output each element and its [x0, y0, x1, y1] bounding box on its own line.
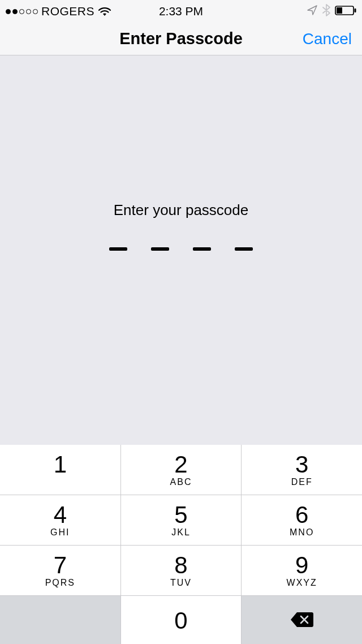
cancel-button[interactable]: Cancel	[303, 30, 352, 48]
passcode-dash	[151, 247, 169, 251]
keypad-key-9[interactable]: 9 WXYZ	[242, 546, 362, 595]
wifi-icon	[98, 6, 111, 16]
location-icon	[307, 5, 318, 19]
key-digit: 9	[295, 553, 308, 577]
passcode-dash	[235, 247, 253, 251]
keypad-key-6[interactable]: 6 MNO	[242, 495, 362, 545]
keypad-key-3[interactable]: 3 DEF	[242, 445, 362, 495]
key-digit: 4	[54, 503, 67, 527]
battery-icon	[335, 5, 356, 18]
key-letters: ABC	[170, 478, 192, 487]
key-letters: MNO	[290, 528, 314, 537]
key-digit: 7	[54, 553, 67, 577]
key-letters: PQRS	[45, 578, 75, 587]
keypad-key-4[interactable]: 4 GHI	[0, 495, 120, 545]
backspace-icon	[290, 611, 314, 630]
signal-strength-icon	[6, 9, 38, 14]
passcode-dash	[109, 247, 127, 251]
status-left: ROGERS	[6, 5, 111, 18]
key-digit: 5	[174, 503, 187, 527]
key-letters: WXYZ	[287, 578, 317, 587]
keypad-key-7[interactable]: 7 PQRS	[0, 546, 120, 595]
passcode-area: Enter your passcode	[0, 55, 362, 445]
key-letters: DEF	[291, 478, 313, 487]
keypad-key-1[interactable]: 1	[0, 445, 120, 495]
key-digit: 8	[174, 553, 187, 577]
svg-rect-1	[337, 7, 342, 14]
key-letters: GHI	[50, 528, 70, 537]
keypad-key-0[interactable]: 0	[121, 596, 242, 644]
keypad-key-2[interactable]: 2 ABC	[121, 445, 242, 495]
status-right	[307, 4, 356, 19]
key-digit: 6	[295, 503, 308, 527]
keypad-key-5[interactable]: 5 JKL	[121, 495, 242, 545]
key-letters: JKL	[171, 528, 191, 537]
key-digit: 1	[54, 453, 67, 476]
key-digit: 3	[295, 453, 308, 476]
page-title: Enter Passcode	[119, 29, 243, 48]
carrier-label: ROGERS	[41, 5, 94, 18]
key-digit: 0	[174, 609, 187, 633]
passcode-prompt: Enter your passcode	[114, 201, 248, 219]
keypad: 1 2 ABC 3 DEF 4 GHI 5 JKL 6 MNO 7 PQRS 8…	[0, 445, 362, 644]
status-bar: ROGERS 2:33 PM	[0, 0, 362, 23]
passcode-dash	[193, 247, 211, 251]
passcode-dashes	[109, 247, 253, 251]
svg-rect-2	[355, 8, 356, 12]
status-time: 2:33 PM	[159, 5, 203, 18]
bluetooth-icon	[322, 4, 330, 19]
keypad-backspace-button[interactable]	[242, 596, 362, 644]
key-digit: 2	[174, 453, 187, 476]
nav-bar: Enter Passcode Cancel	[0, 23, 362, 55]
keypad-key-8[interactable]: 8 TUV	[121, 546, 242, 595]
keypad-blank	[0, 596, 120, 644]
key-letters: TUV	[170, 578, 192, 587]
